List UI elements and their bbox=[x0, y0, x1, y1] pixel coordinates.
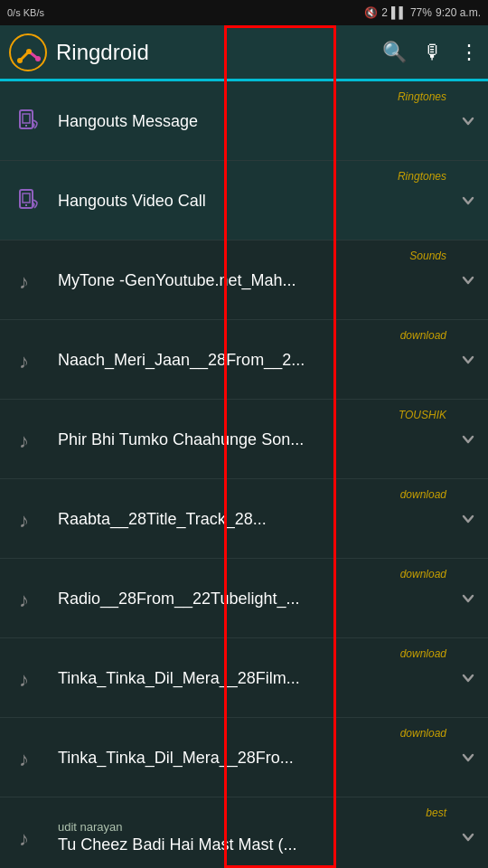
item-content: Tinka_Tinka_Dil_Mera__28Fro... bbox=[58, 747, 448, 768]
svg-rect-7 bbox=[23, 114, 30, 123]
list-item[interactable]: Hangouts Video Call Ringtones bbox=[0, 161, 488, 241]
item-content: MyTone -GenYoutube.net_Mah... bbox=[58, 269, 448, 290]
music-icon: ♪ bbox=[9, 340, 49, 380]
item-content: Hangouts Message bbox=[58, 110, 448, 131]
expand-chevron[interactable] bbox=[448, 749, 488, 767]
item-content: Raabta__28Title_Track_28... bbox=[58, 508, 448, 529]
list-item[interactable]: ♪ Naach_Meri_Jaan__28From__2... download bbox=[0, 320, 488, 400]
app-bar-actions: 🔍 🎙 ⋮ bbox=[382, 41, 479, 64]
item-badge: Sounds bbox=[409, 250, 446, 262]
list-item[interactable]: ♪ Raabta__28Title_Track_28... download bbox=[0, 479, 488, 559]
data-speed: 0/s KB/s bbox=[7, 7, 44, 18]
app-title: Ringdroid bbox=[56, 40, 382, 65]
item-artist: udit narayan bbox=[58, 820, 448, 834]
expand-chevron[interactable] bbox=[448, 510, 488, 528]
music-icon: ♪ bbox=[9, 658, 49, 698]
svg-point-3 bbox=[26, 49, 32, 54]
expand-chevron[interactable] bbox=[448, 271, 488, 289]
svg-text:♪: ♪ bbox=[19, 429, 29, 452]
expand-chevron[interactable] bbox=[448, 112, 488, 130]
item-title: Raabta__28Title_Track_28... bbox=[58, 510, 448, 529]
item-content: udit narayan Tu Cheez Badi Hai Mast Mast… bbox=[58, 820, 448, 854]
list-item[interactable]: Hangouts Message Ringtones bbox=[0, 81, 488, 161]
list-item[interactable]: ♪ MyTone -GenYoutube.net_Mah... Sounds bbox=[0, 241, 488, 320]
status-left: 0/s KB/s bbox=[7, 7, 44, 18]
item-badge: TOUSHIK bbox=[399, 409, 446, 421]
music-icon: ♪ bbox=[9, 817, 49, 857]
svg-text:♪: ♪ bbox=[19, 589, 29, 611]
item-badge: Ringtones bbox=[398, 90, 446, 103]
svg-point-4 bbox=[35, 56, 41, 61]
list-item[interactable]: ♪ udit narayan Tu Cheez Badi Hai Mast Ma… bbox=[0, 797, 488, 868]
search-icon[interactable]: 🔍 bbox=[382, 41, 407, 64]
item-badge: best bbox=[426, 807, 446, 819]
item-badge: download bbox=[400, 488, 446, 501]
signal-icon: ▌▌ bbox=[391, 6, 407, 19]
expand-chevron[interactable] bbox=[448, 192, 488, 210]
app-bar: Ringdroid 🔍 🎙 ⋮ bbox=[0, 25, 488, 81]
expand-chevron[interactable] bbox=[448, 351, 488, 369]
mute-icon: 🔇 bbox=[364, 6, 378, 19]
item-badge: Ringtones bbox=[398, 170, 446, 183]
list-item[interactable]: ♪ Phir Bhi Tumko Chaahunge Son... TOUSHI… bbox=[0, 400, 488, 479]
item-title: Hangouts Video Call bbox=[58, 192, 448, 211]
svg-point-5 bbox=[17, 58, 23, 63]
item-badge: download bbox=[400, 329, 446, 342]
item-title: Hangouts Message bbox=[58, 112, 448, 131]
item-title: Tu Cheez Badi Hai Mast Mast (... bbox=[58, 835, 448, 854]
ringtone-list: Hangouts Message Ringtones Hangouts Vide… bbox=[0, 81, 488, 868]
item-badge: download bbox=[400, 568, 446, 580]
status-right: 🔇 2 ▌▌ 77% 9:20 a.m. bbox=[364, 6, 481, 19]
svg-rect-10 bbox=[23, 193, 30, 203]
svg-text:♪: ♪ bbox=[19, 350, 29, 373]
item-content: Hangouts Video Call bbox=[58, 190, 448, 211]
item-title: MyTone -GenYoutube.net_Mah... bbox=[58, 271, 448, 290]
svg-text:♪: ♪ bbox=[19, 748, 29, 770]
list-item[interactable]: ♪ Tinka_Tinka_Dil_Mera__28Fro... downloa… bbox=[0, 718, 488, 797]
more-icon[interactable]: ⋮ bbox=[459, 41, 479, 64]
svg-text:♪: ♪ bbox=[19, 509, 29, 532]
status-bar: 0/s KB/s 🔇 2 ▌▌ 77% 9:20 a.m. bbox=[0, 0, 488, 25]
expand-chevron[interactable] bbox=[448, 828, 488, 846]
item-title: Phir Bhi Tumko Chaahunge Son... bbox=[58, 430, 448, 449]
expand-chevron[interactable] bbox=[448, 590, 488, 608]
item-title: Naach_Meri_Jaan__28From__2... bbox=[58, 351, 448, 370]
time-display: 9:20 a.m. bbox=[436, 6, 481, 19]
list-item[interactable]: ♪ Tinka_Tinka_Dil_Mera__28Film... downlo… bbox=[0, 638, 488, 718]
item-content: Naach_Meri_Jaan__28From__2... bbox=[58, 349, 448, 370]
app-logo bbox=[9, 33, 47, 71]
item-content: Radio__28From__22Tubelight_... bbox=[58, 588, 448, 609]
svg-text:♪: ♪ bbox=[19, 270, 29, 293]
expand-chevron[interactable] bbox=[448, 669, 488, 687]
music-icon: ♪ bbox=[9, 499, 49, 539]
sim-icon: 2 bbox=[381, 6, 388, 19]
item-title: Tinka_Tinka_Dil_Mera__28Fro... bbox=[58, 749, 448, 768]
item-badge: download bbox=[400, 727, 446, 740]
item-badge: download bbox=[400, 647, 446, 660]
music-icon: ♪ bbox=[9, 579, 49, 618]
phone-icon bbox=[9, 181, 49, 221]
item-title: Radio__28From__22Tubelight_... bbox=[58, 590, 448, 609]
item-content: Tinka_Tinka_Dil_Mera__28Film... bbox=[58, 667, 448, 688]
item-title: Tinka_Tinka_Dil_Mera__28Film... bbox=[58, 669, 448, 688]
list-item[interactable]: ♪ Radio__28From__22Tubelight_... downloa… bbox=[0, 559, 488, 638]
battery-level: 77% bbox=[410, 6, 432, 19]
music-icon: ♪ bbox=[9, 420, 49, 459]
expand-chevron[interactable] bbox=[448, 430, 488, 448]
item-content: Phir Bhi Tumko Chaahunge Son... bbox=[58, 429, 448, 449]
music-icon: ♪ bbox=[9, 260, 49, 300]
svg-text:♪: ♪ bbox=[19, 668, 29, 691]
phone-icon bbox=[9, 101, 49, 141]
mic-icon[interactable]: 🎙 bbox=[423, 41, 443, 64]
svg-text:♪: ♪ bbox=[19, 827, 29, 850]
music-icon: ♪ bbox=[9, 738, 49, 778]
